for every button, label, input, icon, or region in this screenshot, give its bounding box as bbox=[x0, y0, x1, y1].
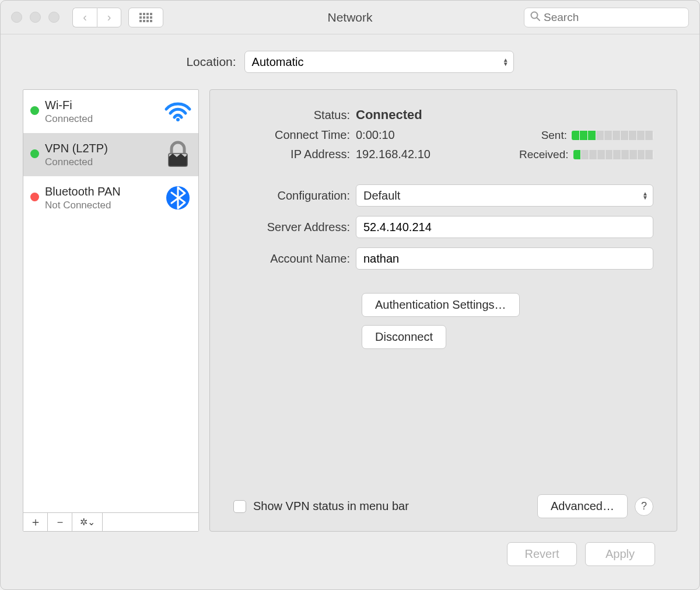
revert-button[interactable]: Revert bbox=[507, 542, 577, 566]
form-block: Configuration: Default ▲▼ Server Address… bbox=[233, 184, 653, 270]
svg-line-13 bbox=[537, 18, 540, 20]
svg-rect-6 bbox=[146, 16, 149, 19]
disconnect-button[interactable]: Disconnect bbox=[362, 325, 446, 349]
status-dot-icon bbox=[30, 149, 39, 158]
svg-rect-0 bbox=[139, 13, 142, 15]
service-actions-button[interactable]: ✲⌄ bbox=[72, 513, 103, 531]
ip-address-value: 192.168.42.10 bbox=[356, 148, 519, 161]
apply-button[interactable]: Apply bbox=[585, 542, 655, 566]
svg-rect-7 bbox=[150, 16, 152, 19]
search-field-container[interactable] bbox=[524, 8, 689, 27]
back-button[interactable]: ‹ bbox=[72, 8, 97, 27]
gear-icon: ✲⌄ bbox=[80, 516, 95, 528]
zoom-window-button[interactable] bbox=[48, 12, 60, 23]
location-select[interactable]: Automatic ▲▼ bbox=[244, 51, 514, 73]
status-dot-icon bbox=[30, 106, 39, 115]
chevron-right-icon: › bbox=[107, 11, 111, 24]
help-button[interactable]: ? bbox=[635, 497, 653, 516]
svg-point-14 bbox=[176, 118, 180, 121]
add-service-button[interactable]: ＋ bbox=[23, 513, 48, 531]
help-icon: ? bbox=[641, 500, 647, 512]
detail-panel: Status: Connected Connect Time: 0:00:10 … bbox=[209, 89, 677, 532]
content-area: Location: Automatic ▲▼ Wi-Fi Connected bbox=[1, 34, 699, 589]
location-label: Location: bbox=[186, 55, 236, 69]
minimize-window-button[interactable] bbox=[30, 12, 41, 23]
svg-rect-8 bbox=[139, 20, 142, 22]
service-text: Wi-Fi Connected bbox=[45, 99, 158, 125]
traffic-lights bbox=[11, 12, 60, 23]
connect-time-value: 0:00:10 bbox=[356, 128, 519, 142]
location-row: Location: Automatic ▲▼ bbox=[23, 51, 677, 73]
status-label: Status: bbox=[233, 109, 356, 122]
panel-bottom-row: Show VPN status in menu bar Advanced… ? bbox=[233, 494, 653, 518]
remove-service-button[interactable]: － bbox=[48, 513, 72, 531]
advanced-button[interactable]: Advanced… bbox=[537, 494, 628, 518]
configuration-label: Configuration: bbox=[233, 189, 356, 203]
svg-rect-4 bbox=[139, 16, 142, 19]
close-window-button[interactable] bbox=[11, 12, 22, 23]
received-meter bbox=[573, 150, 654, 159]
account-name-input[interactable] bbox=[363, 248, 646, 269]
lock-icon bbox=[163, 141, 192, 169]
services-sidebar: Wi-Fi Connected bbox=[23, 89, 199, 532]
server-address-label: Server Address: bbox=[233, 221, 356, 234]
svg-rect-3 bbox=[150, 13, 152, 15]
service-text: Bluetooth PAN Not Connected bbox=[45, 185, 158, 211]
service-status: Connected bbox=[45, 156, 158, 168]
service-name: VPN (L2TP) bbox=[45, 142, 158, 155]
server-address-input[interactable] bbox=[363, 217, 646, 238]
configuration-value: Default bbox=[363, 189, 400, 203]
show-vpn-status-checkbox[interactable] bbox=[233, 500, 246, 513]
account-name-label: Account Name: bbox=[233, 252, 356, 266]
sidebar-toolbar: ＋ － ✲⌄ bbox=[23, 512, 198, 531]
wifi-icon bbox=[163, 101, 192, 122]
svg-rect-10 bbox=[146, 20, 149, 22]
configuration-select[interactable]: Default ▲▼ bbox=[356, 184, 653, 207]
ip-address-label: IP Address: bbox=[233, 148, 356, 161]
svg-rect-11 bbox=[150, 20, 152, 22]
svg-rect-5 bbox=[143, 16, 145, 19]
svg-rect-1 bbox=[143, 13, 145, 15]
search-input[interactable] bbox=[544, 11, 682, 24]
nav-group: ‹ › bbox=[72, 8, 121, 27]
service-name: Bluetooth PAN bbox=[45, 185, 158, 198]
service-list: Wi-Fi Connected bbox=[23, 90, 198, 512]
received-meter-row: Received: bbox=[519, 148, 653, 161]
service-text: VPN (L2TP) Connected bbox=[45, 142, 158, 168]
grid-icon bbox=[139, 13, 152, 22]
action-buttons: Authentication Settings… Disconnect bbox=[362, 293, 653, 349]
service-item-wifi[interactable]: Wi-Fi Connected bbox=[23, 90, 198, 133]
account-name-field[interactable] bbox=[356, 247, 653, 270]
stepper-icon: ▲▼ bbox=[503, 58, 509, 66]
status-dot-icon bbox=[30, 193, 39, 201]
titlebar: ‹ › Network bbox=[1, 1, 699, 34]
show-vpn-status-label: Show VPN status in menu bar bbox=[253, 500, 530, 513]
service-status: Not Connected bbox=[45, 200, 158, 211]
network-prefs-window: ‹ › Network Location: bbox=[0, 0, 700, 590]
sent-label: Sent: bbox=[541, 129, 567, 142]
chevron-left-icon: ‹ bbox=[83, 11, 87, 24]
bluetooth-icon bbox=[163, 184, 192, 212]
sent-meter bbox=[572, 131, 653, 140]
show-all-button[interactable] bbox=[128, 8, 163, 27]
main-row: Wi-Fi Connected bbox=[23, 89, 677, 532]
footer-buttons: Revert Apply bbox=[23, 532, 677, 578]
minus-icon: － bbox=[54, 514, 66, 530]
service-status: Connected bbox=[45, 113, 158, 125]
service-name: Wi-Fi bbox=[45, 99, 158, 112]
sent-meter-row: Sent: bbox=[519, 129, 653, 142]
server-address-field[interactable] bbox=[356, 216, 653, 238]
svg-rect-2 bbox=[146, 13, 149, 15]
connect-time-label: Connect Time: bbox=[233, 128, 356, 142]
received-label: Received: bbox=[519, 148, 569, 161]
location-value: Automatic bbox=[252, 55, 304, 69]
forward-button[interactable]: › bbox=[97, 8, 121, 27]
service-item-bluetooth-pan[interactable]: Bluetooth PAN Not Connected bbox=[23, 176, 198, 219]
service-item-vpn[interactable]: VPN (L2TP) Connected bbox=[23, 133, 198, 176]
authentication-settings-button[interactable]: Authentication Settings… bbox=[362, 293, 520, 317]
search-icon bbox=[530, 11, 540, 24]
toolbar-spacer bbox=[103, 513, 198, 531]
plus-icon: ＋ bbox=[30, 514, 41, 530]
stepper-icon: ▲▼ bbox=[642, 191, 648, 200]
status-value: Connected bbox=[356, 107, 519, 123]
